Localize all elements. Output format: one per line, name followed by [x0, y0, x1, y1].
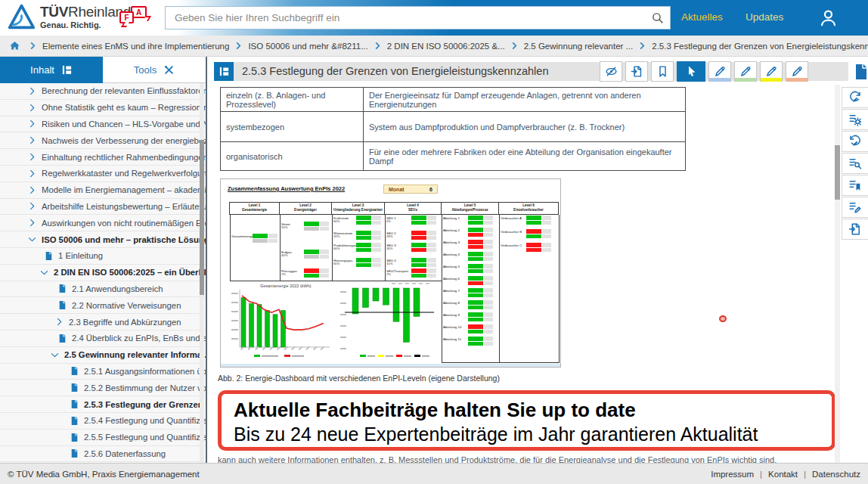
energy-dashboard-figure: Zusammenfassung Auswertung EnPIs 2022 Mo…	[220, 178, 561, 368]
chevron-right-icon[interactable]	[27, 119, 37, 129]
eye-off-icon	[605, 65, 618, 78]
tree-item[interactable]: 2.5.2 Bestimmung der Nutzer von...	[0, 380, 206, 396]
footer-link-kontakt[interactable]: Kontakt	[768, 470, 798, 479]
chevron-right-icon[interactable]	[27, 135, 37, 145]
bookmark-list-button[interactable]	[842, 175, 868, 196]
tree-item[interactable]: 2.4 Überblick zu EnPIs, EnBs und ener...	[0, 330, 206, 347]
highlighter-green-button[interactable]	[734, 61, 757, 82]
bookmark-button[interactable]	[651, 61, 674, 82]
footer: © TÜV Media GmbH, Praxis Energiemanageme…	[0, 463, 868, 484]
header-link-updates[interactable]: Updates	[746, 11, 783, 23]
chevron-right-icon[interactable]	[27, 218, 37, 228]
highlighter-yellow-button[interactable]	[760, 61, 783, 82]
search-input[interactable]	[166, 12, 644, 23]
list-gear-icon	[848, 113, 862, 126]
content-scrollbar[interactable]	[835, 85, 840, 463]
chevron-right-icon[interactable]	[27, 103, 37, 113]
tree-item-label: 2.4 Überblick zu EnPIs, EnBs und ener...	[72, 334, 206, 343]
highlighter-blue-button[interactable]	[708, 61, 731, 82]
redo-annotation-button[interactable]	[842, 131, 868, 152]
tree-item[interactable]: 2.5.1 Ausgangsinformationen übe...	[0, 364, 206, 380]
toggle-sidebar-button[interactable]	[214, 62, 234, 81]
tree-item-label: 1 Einleitung	[58, 251, 103, 260]
tree-item[interactable]: Auswirkungen von nicht routinemäßigen Er…	[0, 215, 206, 231]
chevron-right-icon[interactable]	[27, 201, 37, 211]
new-note-icon[interactable]	[852, 63, 868, 81]
tree-item[interactable]: 2 DIN EN ISO 50006:2025 – ein Überblick	[0, 265, 206, 281]
tree-item[interactable]: 2.3 Begriffe und Abkürzungen	[0, 314, 206, 330]
highlighter-orange-button[interactable]	[786, 61, 808, 82]
user-icon[interactable]	[818, 8, 839, 28]
tab-inhalt[interactable]: Inhalt	[0, 57, 103, 83]
fachartikel-badge-icon[interactable]: A F	[119, 6, 151, 30]
breadcrumb-item[interactable]: 2.5.3 Festlegung der Grenzen von Energie…	[652, 42, 868, 51]
export-annotations-button[interactable]	[625, 61, 648, 82]
tree-item[interactable]: 2.1 Anwendungsbereich	[0, 281, 206, 298]
dashboard-metric: SEU 16%	[386, 216, 441, 225]
tree-item[interactable]: Arbeitshilfe Leistungsbewertung – Erläut…	[0, 199, 206, 216]
breadcrumb-item[interactable]: ISO 50006 und mehr &#8211...	[248, 42, 367, 51]
tree-item[interactable]: Nachweis der Verbesserung der energiebez…	[0, 132, 206, 149]
tree-item[interactable]: 2.5 Gewinnung relevanter Informa...	[0, 347, 206, 364]
tree-item[interactable]: Ohne Statistik geht es kaum – Regression…	[0, 100, 206, 116]
tree-item-label: Arbeitshilfe Leistungsbewertung – Erläut…	[42, 202, 206, 211]
chevron-down-icon[interactable]	[27, 234, 37, 244]
chevron-down-icon[interactable]	[50, 350, 60, 360]
undo-annotation-button[interactable]	[842, 87, 868, 108]
dashboard-level-header: Level 4SEUs	[384, 202, 442, 215]
chevron-right-icon[interactable]	[27, 185, 37, 195]
table-cell: Für eine oder mehrere Fabriken oder eine…	[364, 142, 685, 170]
breadcrumb-item[interactable]: 2.5 Gewinnung relevanter ...	[524, 42, 633, 51]
content-tree: Berechnung der relevanten Einflussfaktor…	[0, 83, 206, 463]
dashboard-metric: SEU/Transport2%	[386, 268, 441, 278]
tuv-rheinland-logo[interactable]: TÜVRheinland® Genau. Richtig.	[8, 3, 135, 31]
tree-item-active[interactable]: 2.5.3 Festlegung der Grenzen v...	[0, 396, 206, 413]
chevron-right-icon[interactable]	[27, 169, 37, 178]
tree-item[interactable]: ISO 50006 und mehr – praktische Lösunge.…	[0, 231, 206, 248]
tree-item[interactable]: Regelwerkkataster und Regelwerkverfolgun…	[0, 166, 206, 182]
search-icon[interactable]	[644, 11, 670, 24]
tree-item-label: Regelwerkkataster und Regelwerkverfolgun…	[42, 169, 206, 178]
tree-item[interactable]: 2.5.4 Festlegung und Quantifizier...	[0, 413, 206, 430]
export-list-button[interactable]	[842, 219, 868, 240]
breadcrumb-item[interactable]: 2 DIN EN ISO 50006:2025 &...	[387, 42, 505, 51]
header-link-aktuelles[interactable]: Aktuelles	[681, 11, 723, 23]
chevron-right-icon[interactable]	[27, 86, 37, 96]
sidebar: Inhalt Tools Berechnung der relevanten E…	[0, 57, 207, 463]
search-bar	[165, 6, 671, 29]
main-content: 2.5.3 Festlegung der Grenzen von Energie…	[209, 57, 868, 463]
select-tool-button[interactable]	[677, 61, 705, 82]
tree-item[interactable]: 2.5.5 Festlegung und Quantifizier...	[0, 430, 206, 446]
tree-item-label: Auswirkungen von nicht routinemäßigen Er…	[42, 219, 206, 228]
annotation-settings-button[interactable]	[842, 109, 868, 130]
content-scrollbar-thumb[interactable]	[835, 145, 840, 200]
chevron-down-icon[interactable]	[39, 268, 49, 278]
table-cell: System aus Dampfproduktion und Dampfverb…	[364, 112, 685, 141]
tree-item[interactable]: Risiken und Chancen – HLS-Vorgabe und No…	[0, 116, 206, 133]
search-annotations-button[interactable]	[842, 153, 868, 174]
clipped-paragraph: kann auch weitere Informationen enthalte…	[218, 455, 777, 463]
tuv-triangle-icon	[8, 3, 36, 31]
tree-item[interactable]: Einhaltung rechtlicher Rahmenbedingungen…	[0, 149, 206, 166]
home-icon[interactable]	[9, 40, 20, 51]
footer-link-impressum[interactable]: Impressum	[711, 470, 754, 479]
tab-tools[interactable]: Tools	[103, 57, 206, 83]
hide-annotations-button[interactable]	[600, 61, 622, 82]
pen-undo-icon	[848, 91, 862, 104]
sidebar-scrollbar-thumb[interactable]	[200, 140, 204, 295]
tree-item[interactable]: 1 Einleitung	[0, 248, 206, 265]
chevron-right-icon[interactable]	[27, 152, 37, 162]
sidebar-scrollbar[interactable]	[200, 83, 204, 463]
tree-item-label: 2.3 Begriffe und Abkürzungen	[69, 318, 181, 327]
breadcrumb-item[interactable]: Elemente eines EnMS und ihre Implementie…	[42, 42, 229, 51]
tree-item[interactable]: Berechnung der relevanten Einflussfaktor…	[0, 83, 206, 100]
tree-item-label: Ohne Statistik geht es kaum – Regression…	[42, 103, 206, 112]
table-cell: organisatorisch	[221, 142, 364, 170]
edit-annotations-button[interactable]	[842, 197, 868, 218]
chevron-right-icon[interactable]	[54, 317, 64, 327]
tree-item[interactable]: Modelle im Energiemanagement – akademis.…	[0, 182, 206, 199]
tree-item[interactable]: 2.5.6 Datenerfassung	[0, 446, 206, 463]
footer-link-datenschutz[interactable]: Datenschutz	[812, 470, 860, 479]
document-icon	[70, 433, 79, 442]
tree-item[interactable]: 2.2 Normative Verweisungen	[0, 297, 206, 314]
